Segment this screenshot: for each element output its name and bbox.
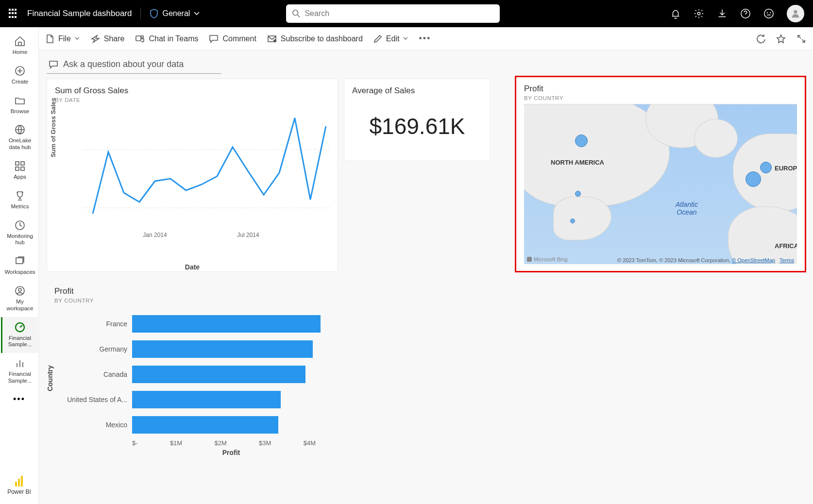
nav-label: Financial Sample... xyxy=(3,335,37,349)
nav-my-workspace[interactable]: My workspace xyxy=(1,281,38,317)
svg-line-1 xyxy=(298,15,300,17)
comment-button[interactable]: Comment xyxy=(209,34,256,43)
teams-icon xyxy=(135,34,145,44)
nav-browse[interactable]: Browse xyxy=(1,90,38,120)
help-icon[interactable] xyxy=(740,8,751,19)
map-bubble-germany[interactable] xyxy=(760,162,772,173)
svg-text:Jul 2014: Jul 2014 xyxy=(237,232,259,238)
bar-row[interactable]: Canada xyxy=(54,364,330,385)
notifications-icon[interactable] xyxy=(670,8,681,19)
nav-monitoring[interactable]: Monitoring hub xyxy=(1,215,38,252)
map-label: AFRICA xyxy=(775,242,797,250)
osm-link[interactable]: © OpenStreetMap xyxy=(732,257,775,263)
svg-point-6 xyxy=(770,13,771,13)
tile-title: Profit xyxy=(524,84,797,94)
svg-point-23 xyxy=(141,35,144,38)
tile-title: Profit xyxy=(54,286,330,296)
toolbar-label: File xyxy=(58,34,71,43)
map-bubble-canada[interactable] xyxy=(575,134,588,147)
chat-teams-button[interactable]: Chat in Teams xyxy=(135,34,198,44)
refresh-icon xyxy=(756,34,765,44)
toolbar-label: Edit xyxy=(386,34,400,43)
tile-average-sales-kpi[interactable]: Average of Sales $169.61K xyxy=(344,79,491,161)
nav-workspaces[interactable]: Workspaces xyxy=(1,251,38,281)
tile-subtitle: BY COUNTRY xyxy=(524,95,797,101)
bar-row[interactable]: Germany xyxy=(54,338,330,360)
bar-row[interactable]: United States of A... xyxy=(54,389,330,410)
nav-powerbi[interactable]: Power BI xyxy=(7,468,31,504)
favorite-button[interactable] xyxy=(776,34,786,44)
bar-fill xyxy=(132,391,281,408)
expand-icon xyxy=(796,34,806,44)
settings-icon[interactable] xyxy=(694,8,704,19)
nav-create[interactable]: Create xyxy=(1,61,38,90)
y-axis-title: Country xyxy=(46,365,54,391)
tile-gross-sales-line[interactable]: Sum of Gross Sales BY DATE Sum of Gross … xyxy=(47,79,338,272)
toolbar-label: Chat in Teams xyxy=(149,34,198,43)
toolbar-label: Subscribe to dashboard xyxy=(281,34,363,43)
nav-metrics[interactable]: Metrics xyxy=(1,185,38,215)
user-avatar[interactable] xyxy=(787,5,804,22)
dashboard-toolbar: File Share Chat in Teams Comment Subscri… xyxy=(39,27,813,50)
nav-financial-sample-report[interactable]: Financial Sample... xyxy=(1,353,38,389)
x-axis-title: Profit xyxy=(132,449,330,456)
share-button[interactable]: Share xyxy=(90,34,125,43)
nav-label: Apps xyxy=(14,174,26,181)
header-actions xyxy=(670,5,804,22)
svg-point-17 xyxy=(18,288,21,291)
svg-rect-10 xyxy=(16,162,19,165)
tile-profit-bar[interactable]: Profit BY COUNTRY Country FranceGermanyC… xyxy=(47,280,338,474)
more-options-button[interactable]: ••• xyxy=(419,34,431,44)
fullscreen-button[interactable] xyxy=(796,34,806,44)
global-header: Financial Sample dashboard General xyxy=(0,0,813,27)
bar-row[interactable]: Mexico xyxy=(54,414,330,436)
app-launcher-icon[interactable] xyxy=(9,9,18,18)
nav-label: Workspaces xyxy=(4,269,35,276)
stack-icon xyxy=(14,255,26,267)
nav-label: Home xyxy=(13,49,28,56)
search-input[interactable] xyxy=(305,9,494,18)
sensitivity-label[interactable]: General xyxy=(150,9,200,18)
feedback-icon[interactable] xyxy=(763,8,774,19)
toolbar-label: Share xyxy=(104,34,125,43)
svg-rect-13 xyxy=(21,167,24,170)
sensitivity-text: General xyxy=(162,9,190,18)
nav-financial-sample-dashboard[interactable]: Financial Sample... xyxy=(1,317,38,353)
x-tick: $2M xyxy=(214,439,226,447)
toolbar-label: Comment xyxy=(222,34,256,43)
nav-label: Create xyxy=(12,79,29,85)
kpi-value: $169.61K xyxy=(352,113,482,139)
nav-apps[interactable]: Apps xyxy=(1,156,38,185)
file-icon xyxy=(46,34,54,44)
dashboard-canvas: Sum of Gross Sales BY DATE Sum of Gross … xyxy=(39,76,813,504)
file-menu[interactable]: File xyxy=(46,34,80,44)
terms-link[interactable]: Terms xyxy=(779,257,794,263)
map-bubble-france[interactable] xyxy=(745,171,761,187)
bar-fill xyxy=(132,366,305,383)
map-bubble-usa[interactable] xyxy=(575,191,581,197)
monitor-icon xyxy=(14,219,26,231)
qa-input[interactable]: Ask a question about your data xyxy=(47,57,221,74)
bar-fill xyxy=(132,340,313,358)
nav-label: Financial Sample... xyxy=(3,371,37,385)
gauge-icon xyxy=(14,321,26,333)
map-ocean-label: Atlantic Ocean xyxy=(665,201,709,216)
bar-row[interactable]: France xyxy=(54,313,330,335)
nav-more[interactable]: ••• xyxy=(13,389,25,409)
map-label: EUROPE xyxy=(775,165,797,172)
refresh-button[interactable] xyxy=(756,34,765,44)
nav-onelake[interactable]: OneLake data hub xyxy=(1,119,38,156)
subscribe-button[interactable]: Subscribe to dashboard xyxy=(267,34,363,43)
person-icon xyxy=(790,8,801,19)
download-icon[interactable] xyxy=(717,8,728,19)
map-bubble-mexico[interactable] xyxy=(570,218,575,223)
page-title: Financial Sample dashboard xyxy=(27,9,132,18)
tile-profit-map[interactable]: Profit BY COUNTRY NORTH AMERIC xyxy=(515,76,806,272)
tile-title: Average of Sales xyxy=(352,86,482,96)
nav-home[interactable]: Home xyxy=(1,31,38,61)
nav-label: Metrics xyxy=(11,203,29,210)
edit-menu[interactable]: Edit xyxy=(373,34,408,43)
svg-rect-15 xyxy=(16,258,23,264)
globe-icon xyxy=(14,124,26,135)
search-input-container[interactable] xyxy=(286,4,500,23)
